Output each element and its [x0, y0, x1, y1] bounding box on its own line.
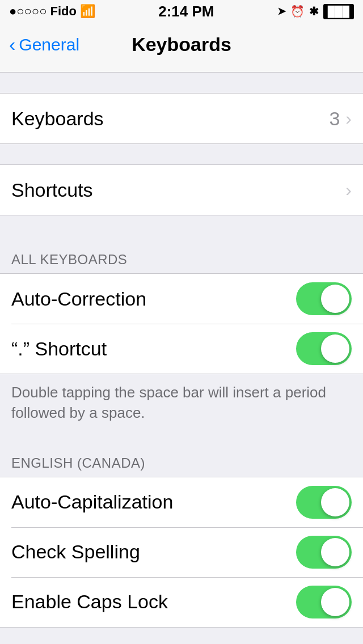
english-canada-section: Auto-Capitalization Check Spelling Enabl…	[0, 477, 363, 628]
auto-correction-toggle[interactable]	[296, 282, 352, 315]
auto-correction-label: Auto-Correction	[11, 288, 146, 310]
bluetooth-icon: ✱	[309, 5, 319, 18]
keyboards-count: 3	[329, 108, 340, 130]
shortcuts-right: ›	[345, 180, 352, 201]
check-spelling-label: Check Spelling	[11, 541, 140, 563]
all-keyboards-header: ALL KEYBOARDS	[0, 236, 363, 273]
period-shortcut-toggle[interactable]	[296, 332, 352, 365]
period-shortcut-knob	[321, 334, 349, 363]
keyboards-right: 3 ›	[329, 108, 352, 130]
shortcuts-label: Shortcuts	[11, 179, 93, 201]
check-spelling-toggle[interactable]	[296, 536, 352, 569]
keyboards-chevron-icon: ›	[345, 108, 352, 129]
keyboards-row[interactable]: Keyboards 3 ›	[0, 94, 363, 143]
auto-capitalization-label: Auto-Capitalization	[11, 491, 173, 513]
carrier: Fido	[50, 4, 76, 19]
spacer-3	[0, 215, 363, 236]
battery-icon: ███	[323, 4, 354, 19]
english-canada-header: ENGLISH (CANADA)	[0, 439, 363, 477]
shortcuts-section: Shortcuts ›	[0, 164, 363, 215]
status-time: 2:14 PM	[158, 3, 214, 20]
keyboards-section: Keyboards 3 ›	[0, 93, 363, 144]
enable-caps-lock-toggle[interactable]	[296, 586, 352, 618]
auto-capitalization-toggle[interactable]	[296, 486, 352, 519]
all-keyboards-section: Auto-Correction “.” Shortcut	[0, 273, 363, 374]
back-chevron-icon: ‹	[9, 33, 15, 56]
spacer-1	[0, 73, 363, 93]
keyboards-label: Keyboards	[11, 108, 104, 130]
back-label: General	[19, 35, 79, 54]
check-spelling-row: Check Spelling	[0, 527, 363, 577]
shortcuts-row[interactable]: Shortcuts ›	[0, 165, 363, 215]
location-icon: ➤	[277, 5, 286, 18]
status-left: ●○○○○ Fido 📶	[9, 4, 95, 19]
enable-caps-lock-label: Enable Caps Lock	[11, 591, 168, 613]
spacer-2	[0, 144, 363, 164]
status-bar: ●○○○○ Fido 📶 2:14 PM ➤ ⏰ ✱ ███	[0, 0, 363, 23]
period-shortcut-label: “.” Shortcut	[11, 338, 107, 360]
auto-correction-row: Auto-Correction	[0, 274, 363, 324]
nav-bar: ‹ General Keyboards	[0, 23, 363, 73]
back-button[interactable]: ‹ General	[9, 33, 79, 56]
auto-capitalization-knob	[321, 488, 349, 516]
page-title: Keyboards	[132, 33, 231, 56]
enable-caps-lock-row: Enable Caps Lock	[0, 577, 363, 627]
wifi-icon: 📶	[80, 4, 95, 19]
check-spelling-knob	[321, 538, 349, 566]
period-shortcut-row: “.” Shortcut	[0, 324, 363, 374]
shortcuts-chevron-icon: ›	[345, 180, 352, 201]
period-shortcut-footer: Double tapping the space bar will insert…	[0, 374, 363, 439]
signal-dots: ●○○○○	[9, 4, 47, 19]
auto-capitalization-row: Auto-Capitalization	[0, 477, 363, 527]
status-right: ➤ ⏰ ✱ ███	[277, 4, 354, 19]
enable-caps-lock-knob	[321, 588, 349, 616]
auto-correction-knob	[321, 285, 349, 313]
alarm-icon: ⏰	[290, 5, 305, 18]
